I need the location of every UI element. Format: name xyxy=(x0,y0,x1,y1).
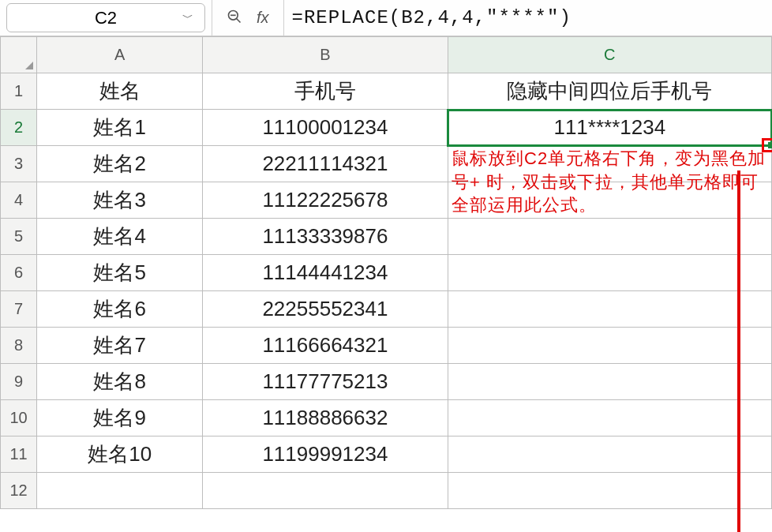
row-header-12[interactable]: 12 xyxy=(1,473,37,509)
row-header-8[interactable]: 8 xyxy=(1,328,37,364)
col-header-B[interactable]: B xyxy=(203,37,448,73)
cell-B1[interactable]: 手机号 xyxy=(203,73,448,110)
grid-table: A B C 1 姓名 手机号 隐藏中间四位后手机号 2 姓名1 11100001… xyxy=(0,36,772,509)
cell-B4[interactable]: 11122225678 xyxy=(203,182,448,219)
annotation-arrow-line xyxy=(737,170,740,532)
fx-icon[interactable]: fx xyxy=(257,9,269,27)
row-header-9[interactable]: 9 xyxy=(1,364,37,400)
cell-C12[interactable] xyxy=(448,473,771,509)
formula-input[interactable]: =REPLACE(B2,4,4,"****") xyxy=(283,0,772,36)
chevron-down-icon[interactable]: ﹀ xyxy=(182,11,193,25)
cell-A8[interactable]: 姓名7 xyxy=(37,328,203,364)
row-11: 11 姓名10 11199991234 xyxy=(1,436,772,473)
cell-B3[interactable]: 22211114321 xyxy=(203,146,448,182)
cell-C9[interactable] xyxy=(448,364,771,400)
row-8: 8 姓名7 11166664321 xyxy=(1,328,772,364)
cell-A6[interactable]: 姓名5 xyxy=(37,255,203,291)
fx-group: fx xyxy=(212,0,283,36)
name-box-value: C2 xyxy=(95,8,117,28)
row-header-5[interactable]: 5 xyxy=(1,219,37,255)
cell-A10[interactable]: 姓名9 xyxy=(37,400,203,436)
column-header-row: A B C xyxy=(1,37,772,73)
annotation-text: 鼠标放到C2单元格右下角，变为黑色加号+ 时，双击或下拉，其他单元格即可全部运用… xyxy=(452,147,767,217)
cell-B8[interactable]: 11166664321 xyxy=(203,328,448,364)
row-header-2[interactable]: 2 xyxy=(1,110,37,146)
row-2: 2 姓名1 11100001234 111****1234 xyxy=(1,110,772,146)
row-5: 5 姓名4 11133339876 xyxy=(1,219,772,255)
row-header-4[interactable]: 4 xyxy=(1,182,37,219)
name-box[interactable]: C2 ﹀ xyxy=(6,3,205,32)
cell-A4[interactable]: 姓名3 xyxy=(37,182,203,219)
cell-B9[interactable]: 11177775213 xyxy=(203,364,448,400)
cell-A1[interactable]: 姓名 xyxy=(37,73,203,110)
cell-B6[interactable]: 11144441234 xyxy=(203,255,448,291)
row-7: 7 姓名6 22255552341 xyxy=(1,291,772,328)
cell-B5[interactable]: 11133339876 xyxy=(203,219,448,255)
row-6: 6 姓名5 11144441234 xyxy=(1,255,772,291)
col-header-A[interactable]: A xyxy=(37,37,203,73)
cell-A9[interactable]: 姓名8 xyxy=(37,364,203,400)
cell-A2[interactable]: 姓名1 xyxy=(37,110,203,146)
row-header-1[interactable]: 1 xyxy=(1,73,37,110)
cell-C8[interactable] xyxy=(448,328,771,364)
cell-A11[interactable]: 姓名10 xyxy=(37,436,203,473)
svg-line-1 xyxy=(237,18,241,22)
cell-C2[interactable]: 111****1234 xyxy=(448,110,771,146)
cell-B12[interactable] xyxy=(203,473,448,509)
cell-A7[interactable]: 姓名6 xyxy=(37,291,203,328)
cell-A5[interactable]: 姓名4 xyxy=(37,219,203,255)
row-header-7[interactable]: 7 xyxy=(1,291,37,328)
formula-bar: C2 ﹀ fx =REPLACE(B2,4,4,"****") xyxy=(0,0,772,36)
cell-C7[interactable] xyxy=(448,291,771,328)
row-12: 12 xyxy=(1,473,772,509)
row-header-3[interactable]: 3 xyxy=(1,146,37,182)
fill-handle-highlight xyxy=(762,138,772,152)
row-header-10[interactable]: 10 xyxy=(1,400,37,436)
cell-C1[interactable]: 隐藏中间四位后手机号 xyxy=(448,73,771,110)
zoom-out-icon[interactable] xyxy=(227,9,242,28)
cell-B7[interactable]: 22255552341 xyxy=(203,291,448,328)
cell-C2-value: 111****1234 xyxy=(553,115,665,139)
cell-C10[interactable] xyxy=(448,400,771,436)
row-header-6[interactable]: 6 xyxy=(1,255,37,291)
cell-B10[interactable]: 11188886632 xyxy=(203,400,448,436)
formula-text: =REPLACE(B2,4,4,"****") xyxy=(292,7,572,28)
select-all-corner[interactable] xyxy=(1,37,37,73)
col-header-C[interactable]: C xyxy=(448,37,771,73)
row-10: 10 姓名9 11188886632 xyxy=(1,400,772,436)
spreadsheet-grid: A B C 1 姓名 手机号 隐藏中间四位后手机号 2 姓名1 11100001… xyxy=(0,36,772,509)
cell-B11[interactable]: 11199991234 xyxy=(203,436,448,473)
row-header-11[interactable]: 11 xyxy=(1,436,37,473)
cell-A3[interactable]: 姓名2 xyxy=(37,146,203,182)
cell-C6[interactable] xyxy=(448,255,771,291)
cell-A12[interactable] xyxy=(37,473,203,509)
row-9: 9 姓名8 11177775213 xyxy=(1,364,772,400)
row-1: 1 姓名 手机号 隐藏中间四位后手机号 xyxy=(1,73,772,110)
cell-C5[interactable] xyxy=(448,219,771,255)
cell-B2[interactable]: 11100001234 xyxy=(203,110,448,146)
cell-C11[interactable] xyxy=(448,436,771,473)
